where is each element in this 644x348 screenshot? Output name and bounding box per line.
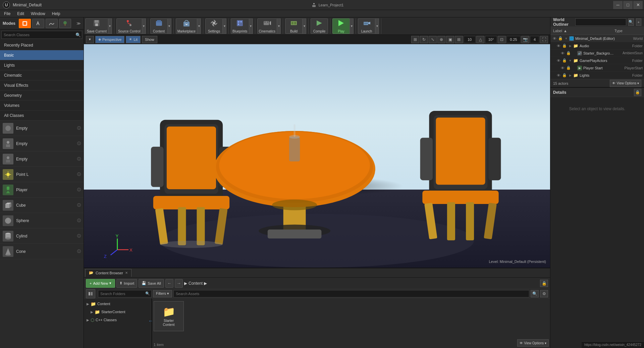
place-item-empty2[interactable]: Empty ⓘ bbox=[0, 136, 84, 151]
lock-toggle-starterbg[interactable]: 🔒 bbox=[566, 51, 571, 56]
blueprints-button[interactable]: Blueprints bbox=[231, 18, 249, 34]
outliner-item-playerstart[interactable]: 👁 🔒 ▶ Player Start PlayerStart bbox=[550, 64, 644, 72]
breadcrumb-content-label[interactable]: Content bbox=[189, 281, 203, 286]
lock-toggle-gameplay[interactable]: 🔒 bbox=[562, 58, 567, 63]
search-assets-input[interactable] bbox=[174, 291, 529, 296]
scale-snap-input[interactable] bbox=[506, 36, 521, 43]
expand-audio[interactable]: ▶ bbox=[568, 44, 573, 48]
category-volumes[interactable]: Volumes bbox=[0, 100, 84, 111]
add-new-button[interactable]: + Add New ▾ bbox=[86, 279, 115, 288]
startercontent-tile[interactable]: 📁 StarterContent bbox=[154, 301, 184, 331]
build-dropdown-button[interactable]: ▾ bbox=[302, 18, 306, 34]
menu-window[interactable]: Window bbox=[28, 11, 48, 17]
nav-back-button[interactable]: ← bbox=[165, 279, 173, 288]
modes-expand[interactable]: ≫ bbox=[76, 21, 81, 26]
category-all-classes[interactable]: All Classes bbox=[0, 111, 84, 121]
build-button[interactable]: Build bbox=[285, 18, 303, 34]
world-outliner-settings-icon[interactable]: + bbox=[636, 18, 641, 26]
cb-view-options-button[interactable]: 👁 View Options ▾ bbox=[517, 339, 549, 347]
close-button[interactable]: ✕ bbox=[633, 1, 643, 9]
place-item-player[interactable]: Player ⓘ bbox=[0, 182, 84, 198]
outliner-type-column[interactable]: Type bbox=[614, 29, 641, 33]
blueprints-dropdown-button[interactable]: ▾ bbox=[249, 18, 253, 34]
snap-button[interactable]: ⊕ bbox=[437, 36, 445, 43]
outliner-item-lights[interactable]: 👁 🔒 ▶ 📁 Lights Folder bbox=[550, 72, 644, 79]
lock-toggle-audio[interactable]: 🔒 bbox=[562, 43, 567, 49]
panel-divider[interactable]: ← bbox=[151, 298, 152, 348]
outliner-item-world[interactable]: 👁 🔒 ▼ 🌐 Minimal_Default (Editor) World bbox=[550, 35, 644, 42]
category-lights[interactable]: Lights bbox=[0, 60, 84, 70]
place-item-player-info[interactable]: ⓘ bbox=[77, 187, 81, 192]
category-recently-placed[interactable]: Recently Placed bbox=[0, 40, 84, 50]
camera-speed-icon[interactable]: 📷 bbox=[521, 36, 529, 43]
place-item-empty2-info[interactable]: ⓘ bbox=[77, 141, 81, 146]
visibility-toggle-starterbg[interactable]: 👁 bbox=[560, 51, 565, 56]
grid-size-input[interactable]: 10 bbox=[464, 36, 476, 43]
folder-content-parent[interactable]: ▶ 📁 Content bbox=[84, 300, 151, 308]
place-item-empty3[interactable]: Empty ⓘ bbox=[0, 151, 84, 167]
camera-speed-input[interactable] bbox=[530, 36, 539, 43]
folder-cpp-classes[interactable]: ▶ ⬡ C++ Classes bbox=[84, 316, 151, 324]
visibility-toggle-gameplay[interactable]: 👁 bbox=[556, 58, 561, 63]
marketplace-button[interactable]: Marketplace bbox=[176, 18, 197, 34]
category-cinematic[interactable]: Cinematic bbox=[0, 70, 84, 80]
import-button[interactable]: ⬆ Import bbox=[116, 279, 137, 288]
outliner-item-starter-bg[interactable]: 👁 🔒 🔊 Starter_Background_C AmbientSoun bbox=[550, 50, 644, 57]
content-dropdown-button[interactable]: ▾ bbox=[167, 18, 171, 34]
maximize-viewport-button[interactable]: ⛶ bbox=[540, 36, 548, 43]
lit-button[interactable]: ☀ Lit bbox=[126, 36, 141, 43]
content-browser-tab-close[interactable]: ✕ bbox=[125, 271, 128, 275]
scale-button[interactable]: ⤡ bbox=[429, 36, 437, 43]
search-assets-search-icon[interactable]: 🔍 bbox=[531, 290, 539, 297]
paint-mode-button[interactable] bbox=[32, 19, 44, 28]
save-current-button[interactable]: Save Current bbox=[85, 18, 108, 34]
filters-button[interactable]: Filters ▾ bbox=[153, 290, 172, 297]
place-item-empty1-info[interactable]: ⓘ bbox=[77, 126, 81, 131]
category-visual-effects[interactable]: Visual Effects bbox=[0, 80, 84, 90]
source-control-button[interactable]: Source Control bbox=[116, 18, 142, 34]
menu-file[interactable]: File bbox=[1, 11, 13, 17]
visibility-toggle-world[interactable]: 👁 bbox=[552, 36, 557, 41]
rotation-snap-input[interactable] bbox=[485, 36, 497, 43]
place-item-pointlight[interactable]: Point L ⓘ bbox=[0, 167, 84, 182]
cb-lock-button[interactable]: 🔒 bbox=[540, 280, 548, 287]
perspective-button[interactable]: ◈ Perspective bbox=[95, 36, 124, 43]
details-lock-icon[interactable]: 🔒 bbox=[634, 89, 641, 96]
cinematics-button[interactable]: Cinematics bbox=[257, 18, 277, 34]
translate-button[interactable]: ⊞ bbox=[411, 36, 419, 43]
play-dropdown-button[interactable]: ▾ bbox=[350, 18, 354, 34]
expand-world[interactable]: ▼ bbox=[564, 36, 569, 41]
play-button[interactable]: Play bbox=[332, 18, 350, 34]
place-item-cube-info[interactable]: ⓘ bbox=[77, 203, 81, 208]
save-all-button[interactable]: 💾 Save All bbox=[139, 279, 164, 288]
save-dropdown-button[interactable]: ▾ bbox=[108, 18, 112, 34]
settings-dropdown-button[interactable]: ▾ bbox=[222, 18, 226, 34]
cinematics-dropdown-button[interactable]: ▾ bbox=[277, 18, 281, 34]
rotation-snap-button[interactable]: △ bbox=[476, 36, 484, 43]
world-outliner-search[interactable] bbox=[575, 18, 626, 26]
menu-help[interactable]: Help bbox=[49, 11, 63, 17]
cb-settings-icon[interactable]: ⚙ bbox=[540, 290, 548, 297]
compile-button[interactable]: Compile bbox=[311, 18, 328, 34]
place-item-sphere-info[interactable]: ⓘ bbox=[77, 218, 81, 223]
minimize-button[interactable]: ─ bbox=[613, 1, 623, 9]
place-item-pointlight-info[interactable]: ⓘ bbox=[77, 172, 81, 177]
surface-snapping-button[interactable]: ▣ bbox=[446, 36, 454, 43]
lock-toggle-lights[interactable]: 🔒 bbox=[562, 73, 567, 78]
place-item-cone-info[interactable]: ⓘ bbox=[77, 249, 81, 254]
landscape-mode-button[interactable] bbox=[46, 19, 58, 28]
search-classes-input[interactable] bbox=[1, 31, 82, 39]
outliner-label-column[interactable]: Label ▲ bbox=[553, 29, 614, 33]
visibility-toggle-playerstart[interactable]: 👁 bbox=[560, 65, 565, 71]
launch-dropdown-button[interactable]: ▾ bbox=[375, 18, 379, 34]
grid-snap-button[interactable]: ⊞ bbox=[455, 36, 463, 43]
viewport[interactable]: ▾ ◈ Perspective ☀ Lit Show ⊞ ↻ bbox=[84, 35, 550, 268]
lock-toggle-world[interactable]: 🔒 bbox=[558, 36, 563, 41]
source-control-dropdown-button[interactable]: ▾ bbox=[142, 18, 146, 34]
show-button[interactable]: Show bbox=[142, 36, 157, 43]
place-item-empty3-info[interactable]: ⓘ bbox=[77, 156, 81, 161]
viewport-mode-dropdown[interactable]: ▾ bbox=[86, 36, 94, 43]
visibility-toggle-lights[interactable]: 👁 bbox=[556, 73, 561, 78]
outliner-view-options-button[interactable]: 👁 View Options ▾ bbox=[610, 80, 641, 87]
nav-forward-button[interactable]: → bbox=[175, 279, 183, 288]
